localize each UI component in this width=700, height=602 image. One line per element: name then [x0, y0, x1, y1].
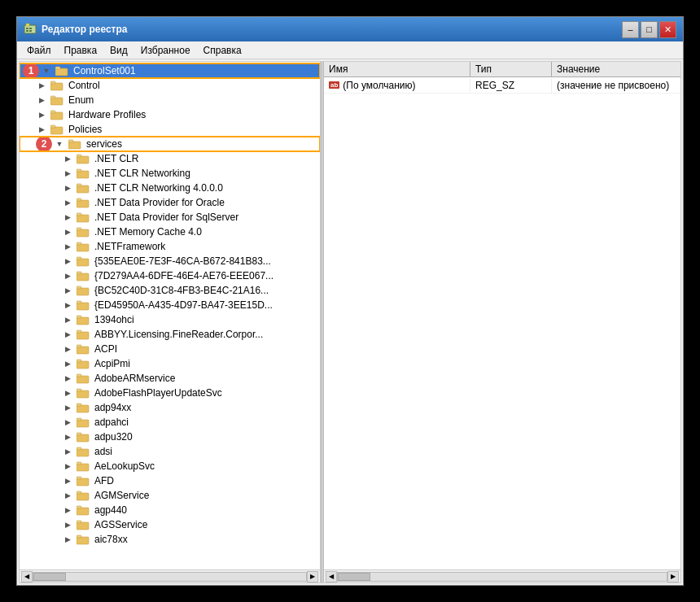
- expand-control[interactable]: ▶: [36, 80, 47, 91]
- tree-item-acpipmi[interactable]: ▶ AcpiPmi: [20, 356, 320, 371]
- menu-view[interactable]: Вид: [103, 43, 134, 58]
- expand-adsi[interactable]: ▶: [62, 446, 73, 457]
- folder-icon-netclr-net400: [77, 182, 90, 194]
- tree-item-adobeflash[interactable]: ▶ AdobeFlashPlayerUpdateSvc: [20, 386, 320, 400]
- tree-item-agp440[interactable]: ▶ agp440: [20, 503, 320, 517]
- tree-item-aelookupsvc[interactable]: ▶ AeLookupSvc: [20, 459, 320, 473]
- tree-item-adpu320[interactable]: ▶ adpu320: [20, 430, 320, 444]
- folder-icon-acpi: [77, 343, 90, 355]
- expand-net-data-oracle[interactable]: ▶: [62, 197, 73, 208]
- tree-item-afd[interactable]: ▶ AFD: [20, 473, 320, 488]
- tree-item-aic78xx[interactable]: ▶ aic78xx: [20, 532, 320, 547]
- tree-item-net-memory[interactable]: ▶ .NET Memory Cache 4.0: [20, 225, 320, 239]
- tree-item-services[interactable]: 2 ▼ services: [20, 137, 320, 151]
- tree-item-net-data-sqlserver[interactable]: ▶ .NET Data Provider for SqlServer: [20, 210, 320, 225]
- tree-item-netframework[interactable]: ▶ .NETFramework: [20, 239, 320, 254]
- tree-item-acpi[interactable]: ▶ ACPI: [20, 342, 320, 356]
- expand-enum[interactable]: ▶: [36, 94, 47, 106]
- expand-policies[interactable]: ▶: [36, 124, 47, 135]
- tree-item-agsservice[interactable]: ▶ AGSService: [20, 517, 320, 532]
- tree-item-policies[interactable]: ▶ Policies: [20, 122, 320, 137]
- tree-hthumb[interactable]: [33, 573, 66, 581]
- expand-aic78xx[interactable]: ▶: [62, 534, 73, 545]
- folder-icon-netframework: [77, 241, 90, 252]
- tree-item-guid3[interactable]: ▶ {BC52C40D-31C8-4FB3-BE4C-21A16...: [20, 283, 320, 298]
- svg-rect-38: [77, 303, 89, 310]
- expand-afd[interactable]: ▶: [62, 475, 73, 486]
- tree-item-netclr[interactable]: ▶ .NET CLR: [20, 151, 320, 166]
- tree-item-adsi[interactable]: ▶ adsi: [20, 444, 320, 459]
- expand-agsservice[interactable]: ▶: [62, 519, 73, 530]
- expand-adobearm[interactable]: ▶: [62, 373, 73, 384]
- tree-item-abbyy[interactable]: ▶ ABBYY.Licensing.FineReader.Corpor...: [20, 327, 320, 342]
- expand-guid1[interactable]: ▶: [62, 255, 73, 267]
- expand-services[interactable]: ▼: [54, 138, 65, 150]
- svg-rect-39: [77, 301, 81, 303]
- tree-item-control[interactable]: ▶ Control: [20, 78, 320, 93]
- right-hscroll-right[interactable]: ▶: [667, 571, 679, 582]
- right-hthumb[interactable]: [338, 573, 370, 581]
- tree-item-hardware-profiles[interactable]: ▶ Hardware Profiles: [20, 107, 320, 122]
- expand-net-memory[interactable]: ▶: [62, 226, 73, 238]
- expand-netframework[interactable]: ▶: [62, 241, 73, 252]
- tree-hscroll-left[interactable]: ◀: [21, 571, 33, 582]
- svg-rect-70: [77, 537, 89, 544]
- tree-item-netclr-networking[interactable]: ▶ .NET CLR Networking: [20, 166, 320, 181]
- expand-agp440[interactable]: ▶: [62, 504, 73, 516]
- expand-adpahci[interactable]: ▶: [62, 417, 73, 428]
- expand-guid3[interactable]: ▶: [62, 285, 73, 296]
- tree-item-adp94xx[interactable]: ▶ adp94xx: [20, 400, 320, 415]
- tree-item-adobearm[interactable]: ▶ AdobeARMservice: [20, 371, 320, 386]
- table-row[interactable]: ab (По умолчанию) REG_SZ (значение не пр…: [324, 77, 680, 94]
- tree-htrack[interactable]: [33, 572, 307, 582]
- expand-guid2[interactable]: ▶: [62, 270, 73, 281]
- expand-net-data-sqlserver[interactable]: ▶: [62, 212, 73, 223]
- tree-item-net-data-oracle[interactable]: ▶ .NET Data Provider for Oracle: [20, 195, 320, 210]
- tree-hscroll-right[interactable]: ▶: [307, 571, 318, 582]
- menu-file[interactable]: Файл: [20, 43, 58, 58]
- expand-hardware[interactable]: ▶: [36, 109, 47, 120]
- expand-agmservice[interactable]: ▶: [62, 490, 73, 501]
- minimize-button[interactable]: –: [622, 21, 639, 38]
- tree-area[interactable]: 1 ▼ ControlSet001 ▶ Control: [20, 62, 320, 569]
- right-htrack[interactable]: [337, 572, 667, 582]
- maximize-button[interactable]: □: [641, 21, 658, 38]
- tree-item-guid2[interactable]: ▶ {7D279AA4-6DFE-46E4-AE76-EEE067...: [20, 268, 320, 283]
- menu-favorites[interactable]: Избранное: [134, 43, 197, 58]
- expand-netclr-net400[interactable]: ▶: [62, 182, 73, 194]
- expand-adpu320[interactable]: ▶: [62, 431, 73, 443]
- menu-help[interactable]: Справка: [197, 43, 248, 58]
- tree-item-guid4[interactable]: ▶ {ED45950A-A435-4D97-BA47-3EE15D...: [20, 298, 320, 312]
- expand-1394ohci[interactable]: ▶: [62, 314, 73, 325]
- tree-item-enum[interactable]: ▶ Enum: [20, 93, 320, 107]
- expand-adobeflash[interactable]: ▶: [62, 387, 73, 399]
- menu-edit[interactable]: Правка: [58, 43, 104, 58]
- folder-icon-adobeflash: [77, 387, 90, 399]
- tree-label-agsservice: AGSService: [93, 519, 147, 530]
- tree-item-1394ohci[interactable]: ▶ 1394ohci: [20, 312, 320, 327]
- expand-abbyy[interactable]: ▶: [62, 329, 73, 340]
- tree-label-adp94xx: adp94xx: [93, 402, 131, 413]
- expand-acpi[interactable]: ▶: [62, 343, 73, 355]
- right-hscrollbar[interactable]: ◀ ▶: [324, 569, 680, 582]
- tree-label-agp440: agp440: [93, 504, 127, 516]
- expand-netclr[interactable]: ▶: [62, 153, 73, 164]
- tree-item-controlset001[interactable]: 1 ▼ ControlSet001: [20, 63, 320, 78]
- tree-hscrollbar[interactable]: ◀ ▶: [20, 569, 320, 582]
- tree-item-netclr-networking400[interactable]: ▶ .NET CLR Networking 4.0.0.0: [20, 181, 320, 195]
- svg-rect-55: [77, 418, 81, 421]
- close-button[interactable]: ✕: [659, 21, 676, 38]
- expand-aelookupsvc[interactable]: ▶: [62, 460, 73, 472]
- expand-netclr-net[interactable]: ▶: [62, 168, 73, 179]
- tree-label-net-memory: .NET Memory Cache 4.0: [93, 226, 202, 238]
- expand-adp94xx[interactable]: ▶: [62, 402, 73, 413]
- tree-item-agmservice[interactable]: ▶ AGMService: [20, 488, 320, 503]
- tree-item-adpahci[interactable]: ▶ adpahci: [20, 415, 320, 430]
- badge-2: 2: [36, 136, 52, 152]
- expand-guid4[interactable]: ▶: [62, 299, 73, 311]
- svg-rect-37: [77, 286, 81, 289]
- expand-controlset[interactable]: ▼: [41, 65, 52, 76]
- right-hscroll-left[interactable]: ◀: [326, 571, 337, 582]
- expand-acpipmi[interactable]: ▶: [62, 358, 73, 369]
- tree-item-guid1[interactable]: ▶ {535EAE0E-7E3F-46CA-B672-841B83...: [20, 254, 320, 268]
